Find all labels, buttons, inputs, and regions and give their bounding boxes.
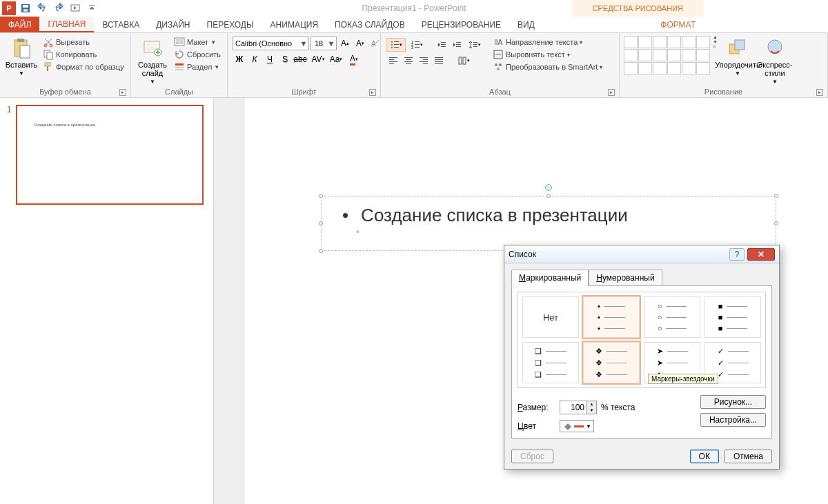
drawing-launcher-icon[interactable]: ▸ — [816, 89, 823, 96]
align-center-icon[interactable] — [402, 54, 415, 68]
resize-handle[interactable] — [319, 194, 323, 198]
align-right-icon[interactable] — [417, 54, 431, 68]
format-painter-button[interactable]: Формат по образцу — [43, 61, 124, 72]
sub-bullet-placeholder[interactable]: • — [322, 226, 776, 237]
dialog-title: Список — [509, 250, 729, 259]
tab-format[interactable]: ФОРМАТ — [652, 17, 704, 32]
save-icon[interactable] — [18, 1, 33, 16]
decrease-indent-icon[interactable] — [435, 38, 448, 52]
section-button[interactable]: Раздел ▼ — [174, 61, 221, 72]
arrange-button[interactable]: Упорядочить▼ — [719, 34, 756, 77]
char-spacing-icon[interactable]: AV▾ — [308, 52, 328, 66]
justify-icon[interactable] — [432, 54, 446, 68]
tab-animations[interactable]: АНИМАЦИЯ — [262, 17, 326, 32]
size-spinner[interactable]: ▲▼ — [560, 401, 597, 414]
tab-design[interactable]: ДИЗАЙН — [148, 17, 198, 32]
tab-home[interactable]: ГЛАВНАЯ — [39, 17, 94, 32]
rotate-handle[interactable] — [545, 184, 552, 191]
svg-rect-5 — [17, 39, 24, 42]
resize-handle[interactable] — [319, 221, 323, 225]
font-name-combo[interactable]: ▼ — [233, 37, 309, 50]
thumbnail-1[interactable]: 1 Создание списка в презентации — [7, 105, 204, 205]
bullet-option-circle[interactable]: ○○○ — [644, 296, 700, 338]
shapes-gallery[interactable] — [622, 34, 711, 76]
bullet-option-square[interactable]: ■■■ — [704, 296, 761, 338]
bullets-icon[interactable]: ▾ — [386, 38, 406, 52]
resize-handle[interactable] — [774, 221, 778, 225]
cut-button[interactable]: Вырезать — [43, 37, 124, 48]
ok-button[interactable]: ОК — [690, 450, 719, 463]
bullet-text[interactable]: Создание списка в презентации — [322, 196, 776, 226]
font-launcher-icon[interactable]: ▸ — [369, 89, 376, 96]
layout-button[interactable]: Макет ▼ — [174, 37, 221, 48]
tab-slideshow[interactable]: ПОКАЗ СЛАЙДОВ — [326, 17, 413, 32]
convert-smartart-button[interactable]: Преобразовать в SmartArt ▾ — [493, 61, 602, 72]
align-left-icon[interactable] — [386, 54, 400, 68]
bullet-option-arrow[interactable]: ➤➤➤ Маркеры-звездочки — [644, 342, 700, 383]
columns-icon[interactable]: ▾ — [454, 54, 473, 68]
bold-icon[interactable]: Ж — [233, 52, 246, 66]
paste-button[interactable]: Вставить ▼ — [3, 34, 40, 77]
content-placeholder[interactable]: Создание списка в презентации • — [321, 196, 776, 251]
spin-up-icon[interactable]: ▲ — [587, 401, 596, 407]
redo-icon[interactable] — [51, 1, 66, 16]
svg-text:3: 3 — [411, 46, 413, 50]
svg-rect-36 — [415, 47, 420, 48]
group-slides: Создать слайд ▼ Макет ▼ Сбросить Раздел … — [131, 33, 228, 97]
customize-button[interactable]: Настройка... — [700, 413, 766, 427]
ribbon-tabs: ФАЙЛ ГЛАВНАЯ ВСТАВКА ДИЗАЙН ПЕРЕХОДЫ АНИ… — [0, 17, 828, 33]
increase-indent-icon[interactable] — [450, 38, 464, 52]
color-picker[interactable]: ▼ — [560, 420, 594, 432]
text-direction-button[interactable]: IIAНаправление текста ▾ — [493, 37, 602, 48]
spin-down-icon[interactable]: ▼ — [587, 407, 596, 414]
bullet-option-none[interactable]: Нет — [522, 296, 579, 338]
copy-button[interactable]: Копировать — [43, 49, 124, 60]
shadow-icon[interactable]: S — [278, 52, 292, 66]
dialog-titlebar[interactable]: Список ? ✕ — [504, 245, 779, 263]
cancel-button[interactable]: Отмена — [724, 450, 772, 463]
line-spacing-icon[interactable]: ▾ — [465, 38, 484, 52]
help-icon[interactable]: ? — [729, 248, 745, 261]
grow-font-icon[interactable]: A▴ — [338, 37, 352, 50]
qat-customize-icon[interactable] — [84, 1, 99, 16]
quick-styles-button[interactable]: Экспресс-стили▼ — [756, 34, 793, 85]
size-input[interactable] — [560, 401, 586, 414]
start-from-beginning-icon[interactable] — [68, 1, 83, 16]
italic-icon[interactable]: К — [248, 52, 262, 66]
svg-rect-47 — [389, 59, 394, 60]
svg-rect-44 — [473, 44, 477, 45]
svg-rect-66 — [495, 54, 501, 54]
change-case-icon[interactable]: Aa▾ — [329, 52, 343, 66]
font-color-icon[interactable]: A▾ — [344, 52, 364, 66]
tab-bulleted[interactable]: Маркированный — [511, 270, 589, 286]
strikethrough-icon[interactable]: abc — [293, 52, 307, 66]
clipboard-launcher-icon[interactable]: ▸ — [119, 89, 126, 96]
close-icon[interactable]: ✕ — [747, 248, 775, 261]
bullet-option-hollow-square[interactable]: ❏❏❏ — [522, 342, 579, 383]
tab-numbered[interactable]: Нумерованный — [589, 270, 662, 286]
app-icon[interactable]: P — [1, 1, 17, 16]
tab-insert[interactable]: ВСТАВКА — [94, 17, 148, 32]
clear-formatting-icon[interactable]: A — [368, 37, 382, 50]
undo-icon[interactable] — [34, 1, 50, 16]
tab-view[interactable]: ВИД — [509, 17, 543, 32]
numbering-icon[interactable]: 123▾ — [407, 38, 426, 52]
tab-review[interactable]: РЕЦЕНЗИРОВАНИЕ — [413, 17, 509, 32]
align-text-button[interactable]: Выровнять текст ▾ — [493, 49, 602, 60]
slide-thumbnails-panel: 1 Создание списка в презентации — [0, 98, 214, 504]
new-slide-button[interactable]: Создать слайд ▼ — [134, 34, 171, 85]
resize-handle[interactable] — [774, 194, 778, 198]
tab-file[interactable]: ФАЙЛ — [0, 17, 39, 32]
picture-button[interactable]: Рисунок... — [700, 395, 766, 409]
resize-handle[interactable] — [546, 194, 551, 198]
resize-handle[interactable] — [319, 249, 323, 253]
font-size-combo[interactable]: ▼ — [310, 37, 337, 50]
reset-button[interactable]: Сбросить — [174, 49, 221, 60]
bullet-option-disc[interactable]: ••• — [583, 296, 640, 338]
underline-icon[interactable]: Ч — [263, 52, 277, 66]
tab-transitions[interactable]: ПЕРЕХОДЫ — [199, 17, 262, 32]
shrink-font-icon[interactable]: A▾ — [353, 37, 367, 50]
thumbnail-preview[interactable]: Создание списка в презентации — [16, 105, 204, 205]
bullet-option-diamond[interactable]: ❖❖❖ — [583, 342, 640, 383]
paragraph-launcher-icon[interactable]: ▸ — [608, 89, 615, 96]
